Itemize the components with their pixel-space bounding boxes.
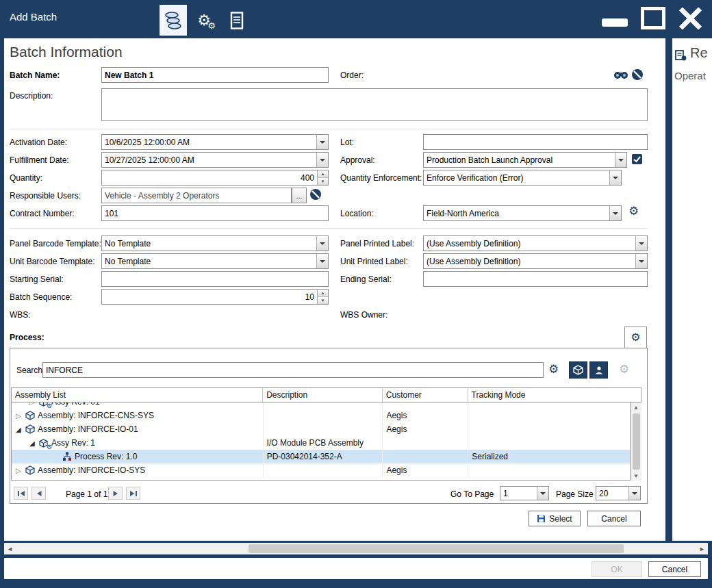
chevron-down-icon[interactable] bbox=[628, 487, 640, 500]
minimize-button[interactable] bbox=[602, 18, 628, 27]
unit-printed-label-combo[interactable]: (Use Assembly Definition) bbox=[423, 253, 648, 269]
fulfillment-date-combo[interactable]: 10/27/2025 12:00:00 AM bbox=[101, 152, 329, 168]
chevron-down-icon[interactable] bbox=[609, 206, 621, 220]
page-size-combo[interactable]: 20 bbox=[596, 486, 641, 500]
location-gear-icon[interactable]: ⚙ bbox=[628, 205, 639, 217]
responsible-users-label: Responsible Users: bbox=[10, 191, 81, 201]
ok-button[interactable]: OK bbox=[592, 561, 642, 577]
batch-sequence-stepper[interactable]: 10 ▲ ▼ bbox=[101, 289, 329, 305]
window-title: Add Batch bbox=[10, 11, 57, 23]
chevron-down-icon[interactable] bbox=[615, 153, 626, 167]
chevron-down-icon[interactable] bbox=[316, 254, 328, 268]
table-row-selected[interactable]: Process Rev: 1.0 PD-03042014-352-A Seria… bbox=[12, 450, 630, 463]
spin-down-icon[interactable]: ▼ bbox=[318, 178, 328, 185]
batches-toolbar-button[interactable] bbox=[160, 5, 187, 36]
chevron-down-icon[interactable] bbox=[316, 236, 328, 251]
starting-serial-input[interactable] bbox=[101, 271, 329, 287]
activation-date-combo[interactable]: 10/6/2025 12:00:00 AM bbox=[101, 134, 329, 150]
chevron-down-icon[interactable] bbox=[609, 170, 621, 185]
maximize-button[interactable] bbox=[641, 7, 665, 29]
table-row[interactable]: ◢ ⚙ Assy Rev: 1 I/O Module PCB Assembly bbox=[12, 436, 630, 450]
settings-toolbar-button[interactable]: ⚙ ⚙ bbox=[190, 5, 218, 36]
chevron-down-icon[interactable] bbox=[635, 236, 647, 251]
binoculars-icon[interactable] bbox=[613, 69, 628, 80]
column-header-tracking-mode[interactable]: Tracking Mode bbox=[468, 388, 629, 402]
search-advanced-gear-icon: ⚙ bbox=[619, 363, 629, 375]
table-row[interactable]: ▷ ⚙ Assy Rev: 01 bbox=[12, 402, 630, 409]
scroll-left-icon[interactable]: ◄ bbox=[4, 546, 16, 552]
location-combo[interactable]: Field-North America bbox=[423, 205, 622, 221]
table-row[interactable]: ◢ Assembly: INFORCE-IO-01 Aegis bbox=[12, 422, 630, 436]
spin-down-icon[interactable]: ▼ bbox=[318, 297, 328, 304]
spin-up-icon[interactable]: ▲ bbox=[318, 290, 328, 297]
unit-printed-label-value: (Use Assembly Definition) bbox=[424, 257, 635, 266]
assembly-icon bbox=[25, 424, 38, 435]
cancel-button[interactable]: Cancel bbox=[648, 561, 701, 577]
scroll-down-icon[interactable]: ▼ bbox=[633, 471, 639, 481]
chevron-down-icon[interactable] bbox=[635, 254, 647, 268]
clear-responsible-users-icon[interactable] bbox=[309, 188, 322, 201]
responsible-users-browse-button[interactable]: ... bbox=[292, 188, 307, 203]
unit-barcode-template-value: No Template bbox=[102, 257, 316, 266]
expander-expanded-icon[interactable]: ◢ bbox=[16, 426, 25, 433]
spin-up-icon[interactable]: ▲ bbox=[318, 170, 328, 178]
expander-collapsed-icon[interactable]: ▷ bbox=[16, 412, 25, 420]
horizontal-scrollbar[interactable]: ◄ ► bbox=[4, 543, 708, 554]
process-settings-button[interactable]: ⚙ bbox=[624, 327, 647, 348]
lot-input[interactable] bbox=[423, 134, 648, 150]
chevron-down-icon[interactable] bbox=[316, 153, 328, 167]
description-input[interactable] bbox=[101, 88, 648, 121]
approval-check-icon[interactable] bbox=[631, 153, 643, 165]
select-button[interactable]: Select bbox=[529, 511, 581, 526]
document-icon bbox=[230, 12, 244, 29]
panel-printed-label-combo[interactable]: (Use Assembly Definition) bbox=[423, 235, 648, 251]
wbs-label: WBS: bbox=[10, 310, 31, 320]
chevron-down-icon[interactable] bbox=[316, 135, 328, 149]
close-button[interactable] bbox=[676, 6, 704, 31]
table-vertical-scrollbar[interactable]: ▲ ▼ bbox=[631, 402, 641, 481]
contract-number-input[interactable] bbox=[101, 205, 329, 221]
go-to-page-combo[interactable]: 1 bbox=[500, 486, 549, 500]
quantity-stepper[interactable]: 400 ▲ ▼ bbox=[101, 170, 329, 186]
process-cancel-button[interactable]: Cancel bbox=[587, 511, 641, 526]
expander-collapsed-icon[interactable]: ▷ bbox=[16, 467, 25, 474]
search-input[interactable] bbox=[42, 362, 544, 378]
scroll-up-icon[interactable]: ▲ bbox=[633, 402, 639, 412]
gears-icon: ⚙ ⚙ bbox=[197, 13, 211, 28]
quantity-enforcement-combo[interactable]: Enforce Verification (Error) bbox=[423, 170, 622, 186]
person-icon bbox=[594, 366, 604, 375]
assy-rev-icon: ⚙ bbox=[39, 402, 51, 407]
scrollbar-thumb[interactable] bbox=[633, 413, 640, 470]
wbs-owner-label: WBS Owner: bbox=[340, 310, 387, 320]
table-row[interactable]: ▷ Assembly: INFORCE-CNS-SYS Aegis bbox=[12, 409, 630, 422]
assembly-table-header: Assembly List Description Customer Track… bbox=[11, 387, 641, 402]
table-row[interactable]: ▷ Assembly: INFORCE-IO-SYS Aegis bbox=[12, 463, 630, 477]
approval-label: Approval: bbox=[340, 155, 375, 165]
responsible-users-value[interactable]: Vehicle - Assembly 2 Operators bbox=[101, 188, 292, 203]
chevron-down-icon[interactable] bbox=[537, 487, 548, 500]
search-settings-gear-icon[interactable]: ⚙ bbox=[548, 363, 559, 375]
batch-name-input[interactable] bbox=[101, 67, 329, 83]
column-header-assembly-list[interactable]: Assembly List bbox=[12, 388, 263, 402]
page-size-label: Page Size bbox=[556, 489, 594, 499]
filter-assemblies-button[interactable] bbox=[569, 361, 587, 379]
unit-barcode-template-combo[interactable]: No Template bbox=[101, 253, 329, 269]
previous-page-icon bbox=[35, 490, 43, 497]
document-toolbar-button[interactable] bbox=[223, 5, 251, 36]
column-header-description[interactable]: Description bbox=[263, 388, 383, 402]
search-label: Search: bbox=[16, 366, 44, 375]
panel-barcode-template-combo[interactable]: No Template bbox=[101, 235, 329, 251]
expander-expanded-icon[interactable]: ◢ bbox=[29, 439, 39, 447]
column-header-customer[interactable]: Customer bbox=[383, 388, 468, 402]
scrollbar-thumb[interactable] bbox=[249, 544, 624, 553]
clear-order-icon[interactable] bbox=[631, 68, 644, 81]
approval-combo[interactable]: Production Batch Launch Approval bbox=[423, 152, 627, 168]
last-page-button[interactable] bbox=[126, 487, 140, 500]
next-page-button[interactable] bbox=[108, 487, 123, 500]
ending-serial-input[interactable] bbox=[423, 271, 648, 287]
expander-collapsed-icon[interactable]: ▷ bbox=[29, 402, 39, 406]
first-page-button[interactable] bbox=[14, 487, 28, 500]
scroll-right-icon[interactable]: ► bbox=[696, 546, 708, 552]
filter-users-button[interactable] bbox=[589, 361, 608, 379]
previous-page-button[interactable] bbox=[31, 487, 46, 500]
